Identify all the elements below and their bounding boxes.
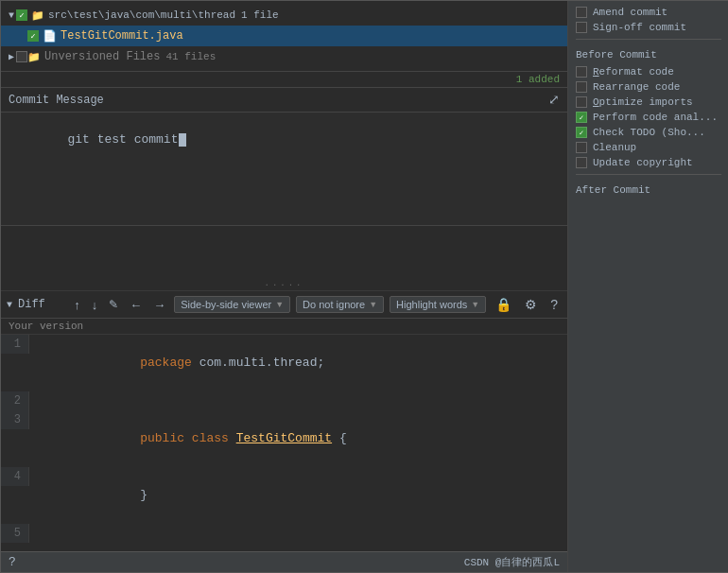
- diff-down-button[interactable]: ↓: [89, 298, 101, 312]
- code-line-3: 3 public class TestGitCommit {: [1, 410, 567, 467]
- cleanup-label: Cleanup: [593, 142, 636, 153]
- file-tree: ▼ 📁 src\test\java\com\multi\thread 1 fil…: [1, 1, 567, 72]
- code-lines: 1 package com.multi.thread; 2 3: [1, 335, 567, 543]
- checkbox-src[interactable]: [16, 9, 27, 21]
- signoff-checkbox[interactable]: [576, 22, 587, 33]
- highlight-dropdown-arrow: ▼: [471, 300, 479, 309]
- code-line-4: 4 }: [1, 467, 567, 524]
- signoff-row[interactable]: Sign-off commit: [576, 20, 721, 35]
- folder-icon: 📁: [31, 9, 44, 22]
- lock-button[interactable]: 🔒: [492, 295, 515, 314]
- cleanup-row[interactable]: Cleanup: [576, 140, 721, 155]
- line-content-3: public class TestGitCommit {: [29, 410, 347, 467]
- code-line-2: 2: [1, 391, 567, 410]
- tree-row-java[interactable]: 📄 TestGitCommit.java: [1, 26, 567, 46]
- amend-label: Amend commit: [593, 7, 667, 18]
- after-commit-label: After Commit: [576, 179, 721, 200]
- perform-checkbox[interactable]: [576, 112, 587, 123]
- perform-label: Perform code anal...: [593, 112, 718, 123]
- ignore-label: Do not ignore: [303, 299, 365, 310]
- viewer-dropdown-arrow: ▼: [275, 300, 284, 309]
- viewer-dropdown[interactable]: Side-by-side viewer ▼: [174, 296, 290, 313]
- checktodo-row[interactable]: Check TODO (Sho...: [576, 125, 721, 140]
- diff-up-button[interactable]: ↑: [71, 298, 83, 312]
- kw-class: class: [192, 431, 229, 445]
- copyright-row[interactable]: Update copyright: [576, 155, 721, 170]
- ignore-dropdown[interactable]: Do not ignore ▼: [296, 296, 384, 313]
- line-content-5: [29, 524, 44, 543]
- code-line-1: 1 package com.multi.thread;: [1, 335, 567, 391]
- brace-open: {: [332, 431, 347, 445]
- rearrange-checkbox[interactable]: [576, 81, 587, 93]
- optimize-row[interactable]: Optimize imports: [576, 95, 721, 110]
- tree-badge-unversioned: 41 files: [165, 51, 216, 62]
- reformat-label: Reformat code: [593, 66, 674, 78]
- before-commit-label: Before Commit: [576, 43, 721, 64]
- diff-title-text: Diff: [18, 298, 45, 311]
- credit-text: CSDN @自律的西瓜L: [464, 555, 560, 569]
- commit-header: Commit Message ⤢: [1, 88, 567, 113]
- commit-text-content: git test commit: [67, 132, 178, 147]
- divider-2: [576, 174, 721, 175]
- commit-text[interactable]: git test commit: [1, 113, 567, 226]
- rearrange-row[interactable]: Rearrange code: [576, 79, 721, 95]
- version-label: Your version: [1, 319, 567, 335]
- viewer-label: Side-by-side viewer: [181, 299, 271, 310]
- kw-package: package: [140, 356, 192, 370]
- perform-row[interactable]: Perform code anal...: [576, 110, 721, 125]
- line-content-4: }: [29, 467, 147, 524]
- diff-collapse-arrow[interactable]: ▼: [7, 300, 12, 310]
- tree-text-src: src\test\java\com\multi\thread: [48, 9, 235, 21]
- class-name: TestGitCommit: [236, 431, 332, 445]
- checkbox-java[interactable]: [27, 30, 39, 42]
- tree-arrow-1: ▼: [9, 10, 14, 21]
- amend-checkbox[interactable]: [576, 7, 587, 18]
- highlight-dropdown[interactable]: Highlight words ▼: [390, 296, 486, 313]
- commit-icon[interactable]: ⤢: [548, 92, 560, 108]
- reformat-checkbox[interactable]: [576, 66, 587, 78]
- line-number-1: 1: [1, 335, 29, 354]
- cleanup-checkbox[interactable]: [576, 142, 587, 153]
- optimize-checkbox[interactable]: [576, 96, 587, 108]
- brace-close: }: [140, 488, 147, 502]
- code-area: 1 package com.multi.thread; 2 3: [1, 335, 567, 551]
- line-content-1: package com.multi.thread;: [29, 335, 324, 391]
- diff-edit-button[interactable]: ✎: [106, 298, 121, 311]
- line-number-2: 2: [1, 391, 29, 410]
- optimize-label: Optimize imports: [593, 96, 693, 108]
- divider-1: [576, 39, 721, 40]
- file-name-java: TestGitCommit.java: [61, 29, 183, 43]
- help-button[interactable]: ?: [9, 555, 16, 569]
- kw-public: public: [140, 431, 184, 445]
- diff-toolbar: ▼ Diff ↑ ↓ ✎ ← → Side-by-side viewer ▼ D…: [1, 291, 567, 319]
- commit-section: Commit Message ⤢ git test commit: [1, 88, 567, 277]
- help-diff-button[interactable]: ?: [546, 295, 562, 314]
- bottom-bar: ? CSDN @自律的西瓜L: [1, 551, 567, 572]
- line-number-4: 4: [1, 467, 29, 486]
- main-container: ▼ 📁 src\test\java\com\multi\thread 1 fil…: [0, 0, 728, 573]
- space1: [184, 431, 192, 445]
- right-panel: Amend commit Sign-off commit Before Comm…: [568, 1, 728, 572]
- tree-badge-src: 1 file: [241, 9, 279, 21]
- line-number-5: 5: [1, 524, 29, 543]
- diff-section: ..... ▼ Diff ↑ ↓ ✎ ← → Side-by-side view…: [1, 277, 567, 551]
- reformat-row[interactable]: Reformat code: [576, 64, 721, 79]
- line-number-3: 3: [1, 410, 29, 429]
- checkbox-unversioned[interactable]: [16, 51, 27, 62]
- line-content-2: [29, 391, 44, 410]
- tree-text-unversioned: Unversioned Files: [44, 50, 160, 63]
- ignore-dropdown-arrow: ▼: [369, 300, 377, 309]
- settings-button[interactable]: ⚙: [521, 295, 541, 314]
- checktodo-checkbox[interactable]: [576, 127, 587, 138]
- rearrange-label: Rearrange code: [593, 81, 680, 93]
- commit-message-label: Commit Message: [9, 94, 104, 107]
- diff-left-button[interactable]: ←: [127, 298, 145, 312]
- space2: [229, 431, 236, 445]
- diff-separator-dots: .....: [1, 277, 567, 291]
- diff-right-button[interactable]: →: [150, 298, 168, 312]
- pkg-name: com.multi.thread;: [192, 356, 324, 370]
- tree-row-unversioned[interactable]: ▶ 📁 Unversioned Files 41 files: [1, 46, 567, 67]
- amend-row[interactable]: Amend commit: [576, 5, 721, 20]
- copyright-checkbox[interactable]: [576, 157, 587, 168]
- tree-row-src[interactable]: ▼ 📁 src\test\java\com\multi\thread 1 fil…: [1, 5, 567, 26]
